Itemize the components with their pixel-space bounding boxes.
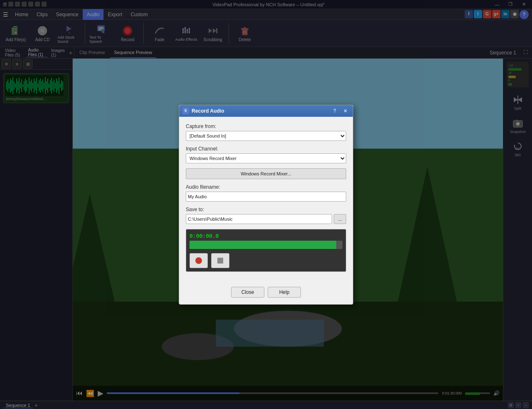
dialog-help-icon[interactable]: ? <box>330 107 339 115</box>
help-dialog-button[interactable]: Help <box>268 287 301 298</box>
close-dialog-button[interactable]: Close <box>231 287 264 298</box>
recording-progress-bar <box>190 241 342 249</box>
record-stop-button[interactable] <box>211 253 229 268</box>
browse-button[interactable]: ... <box>334 214 346 224</box>
recording-time: 0:00:00.0 <box>190 233 342 239</box>
dialog-close-icon[interactable]: ✕ <box>341 107 350 115</box>
recording-display: 0:00:00.0 <box>186 229 346 272</box>
dialog-title-bar: 🎙 Record Audio ? ✕ <box>179 105 353 117</box>
save-to-input[interactable] <box>186 214 332 224</box>
dialog-footer: Close Help <box>179 283 353 304</box>
input-channel-label: Input Channel: <box>186 146 346 152</box>
record-dot-icon <box>195 257 202 264</box>
audio-filename-label: Audio filename: <box>186 184 346 190</box>
dialog-title: Record Audio <box>192 108 328 114</box>
input-channel-select[interactable]: Windows Record Mixer <box>186 153 346 163</box>
capture-from-select[interactable]: [Default Sound In] <box>186 131 346 141</box>
record-start-button[interactable] <box>190 253 208 268</box>
save-to-row: ... <box>186 214 346 224</box>
modal-overlay: 🎙 Record Audio ? ✕ Capture from: [Defaul… <box>0 0 532 409</box>
record-audio-dialog: 🎙 Record Audio ? ✕ Capture from: [Defaul… <box>179 105 353 305</box>
windows-record-mixer-button[interactable]: Windows Record Mixer... <box>186 168 346 179</box>
stop-square-icon <box>217 258 223 264</box>
dialog-body: Capture from: [Default Sound In] Input C… <box>179 117 353 283</box>
capture-from-label: Capture from: <box>186 123 346 129</box>
record-control-buttons <box>190 253 342 268</box>
dialog-app-icon: 🎙 <box>182 108 189 114</box>
audio-filename-input[interactable] <box>186 192 346 202</box>
recording-progress-fill <box>190 241 336 249</box>
save-to-label: Save to: <box>186 207 346 212</box>
